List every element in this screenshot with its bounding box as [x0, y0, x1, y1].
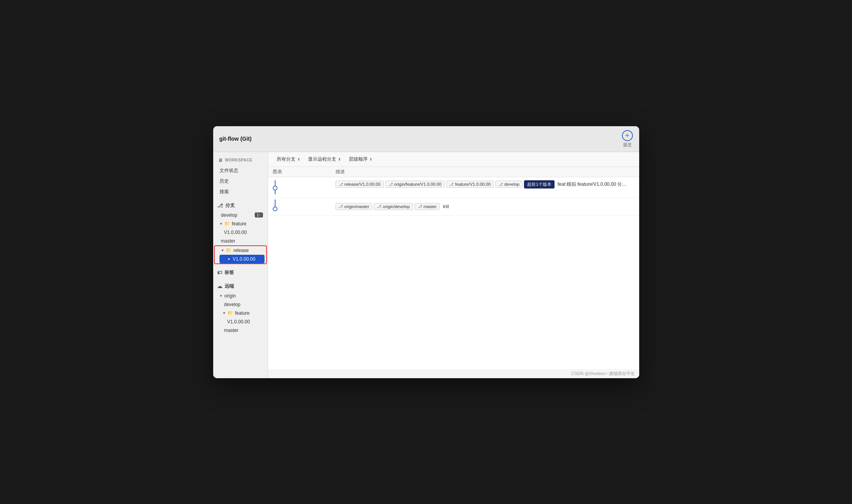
branches-section: ⎇ 分支 develop 1↑ ▼ 📁 feature V1.0.00.00 [213, 200, 268, 264]
release-v1-label: V1.0.00.00 [233, 256, 256, 262]
origin-feature-label: feature [235, 310, 249, 316]
feature-folder-icon: 📁 [224, 221, 230, 227]
search-label: 搜索 [219, 189, 229, 195]
commit-msg-1: feat:模拟 feature/V1.0.00.00 分... [558, 181, 626, 188]
show-remote-label: 显示远程分支 [308, 156, 336, 163]
origin-master[interactable]: master [216, 326, 268, 335]
feature-children: V1.0.00.00 [213, 228, 268, 237]
watermark: CSDN @Sheldon一袭烟雨在平生 [268, 369, 639, 378]
release-v1-selected[interactable]: V1.0.00.00 [219, 255, 265, 263]
table-row[interactable]: ⎇ origin/master ⎇ origin/develop ⎇ maste… [268, 198, 639, 216]
history-label: 历史 [219, 178, 229, 185]
title-bar: git-flow (Git) + 提交 [213, 126, 639, 152]
master-label: master [221, 238, 236, 244]
file-status-label: 文件状态 [219, 167, 238, 174]
tag-origin-develop[interactable]: ⎇ origin/develop [374, 203, 413, 210]
branches-label: 分支 [225, 202, 235, 209]
sort-order-arrow: ⬍ [369, 157, 372, 161]
graph-col-header: 图表 [273, 169, 335, 175]
origin-develop-label: develop [224, 302, 241, 307]
graph-node-1 [273, 186, 277, 190]
origin-master-label: master [224, 328, 239, 333]
main-content: 🖥 WORKSPACE 文件状态 历史 搜索 ⎇ 分支 develop [213, 152, 639, 378]
title-bar-right: + 提交 [622, 130, 633, 148]
origin-feature-children: V1.0.00.00 [216, 317, 268, 326]
feature-chevron: ▼ [219, 222, 223, 226]
release-chevron: ▼ [221, 248, 225, 252]
desc-col-header: 描述 [335, 169, 634, 175]
graph-header: 图表 描述 [268, 167, 639, 177]
branch-icon-origin-develop: ⎇ [377, 204, 382, 208]
branch-icon-origin-feature: ⎇ [388, 182, 393, 187]
remote-header[interactable]: ☁ 远端 [213, 281, 268, 292]
sort-order-label: 层级顺序 [349, 156, 368, 163]
graph-col-area-1 [273, 180, 335, 194]
tag-release-v1[interactable]: ⎇ release/V1.0.00.00 [335, 181, 384, 188]
search-item[interactable]: 搜索 [213, 187, 268, 197]
origin-develop[interactable]: develop [216, 300, 268, 309]
release-dot [227, 257, 230, 261]
sidebar: 🖥 WORKSPACE 文件状态 历史 搜索 ⎇ 分支 develop [213, 152, 268, 378]
file-status-item[interactable]: 文件状态 [213, 165, 268, 176]
show-remote-btn[interactable]: 显示远程分支 ⬍ [304, 154, 345, 164]
folder-origin-feature[interactable]: ▼ 📁 feature [216, 309, 268, 317]
branch-icon-release: ⎇ [339, 182, 343, 187]
tag-ahead[interactable]: 超前1个版本 [524, 180, 554, 189]
folder-origin[interactable]: ▼ origin [213, 292, 268, 300]
desc-col-area-1: ⎇ release/V1.0.00.00 ⎇ origin/feature/V1… [335, 180, 634, 189]
feature-folder-label: feature [232, 221, 246, 227]
origin-feature-v1[interactable]: V1.0.00.00 [219, 317, 268, 326]
tags-label: 标签 [225, 269, 234, 276]
graph-rows: ⎇ release/V1.0.00.00 ⎇ origin/feature/V1… [268, 177, 639, 369]
branch-icon-feature: ⎇ [449, 182, 454, 187]
tag-master[interactable]: ⎇ master [415, 203, 440, 210]
sort-order-btn[interactable]: 层级顺序 ⬍ [345, 154, 376, 164]
origin-feature-icon: 📁 [227, 310, 233, 316]
remote-section: ☁ 远端 ▼ origin develop ▼ 📁 feature [213, 281, 268, 335]
add-button[interactable]: + [622, 130, 633, 141]
desc-col-area-2: ⎇ origin/master ⎇ origin/develop ⎇ maste… [335, 203, 634, 210]
graph-toolbar: 所有分支 ⬍ 显示远程分支 ⬍ 层级顺序 ⬍ [268, 152, 639, 167]
branch-develop[interactable]: develop 1↑ [213, 211, 268, 219]
history-item[interactable]: 历史 [213, 176, 268, 187]
graph-area: 所有分支 ⬍ 显示远程分支 ⬍ 层级顺序 ⬍ 图表 描述 [268, 152, 639, 378]
all-branches-btn[interactable]: 所有分支 ⬍ [273, 154, 304, 164]
origin-feature-v1-label: V1.0.00.00 [227, 319, 250, 325]
folder-release[interactable]: ▼ 📁 release [215, 246, 266, 255]
tag-origin-feature-v1[interactable]: ⎇ origin/feature/V1.0.00.00 [385, 181, 444, 188]
develop-label: develop [221, 212, 237, 218]
commit-msg-2: init [443, 204, 449, 209]
feature-v1-label: V1.0.00.00 [224, 230, 247, 235]
all-branches-arrow: ⬍ [297, 157, 300, 161]
app-window: git-flow (Git) + 提交 🖥 WORKSPACE 文件状态 历史 … [213, 126, 639, 378]
release-highlight: ▼ 📁 release V1.0.00.00 [214, 245, 267, 264]
tags-header[interactable]: 🏷 标签 [213, 267, 268, 278]
show-remote-arrow: ⬍ [338, 157, 341, 161]
table-row[interactable]: ⎇ release/V1.0.00.00 ⎇ origin/feature/V1… [268, 177, 639, 198]
tag-develop[interactable]: ⎇ develop [495, 181, 523, 188]
graph-node-2 [273, 207, 277, 211]
branch-master[interactable]: master [213, 237, 268, 245]
branch-icon-develop: ⎇ [499, 182, 503, 187]
release-folder-label: release [233, 248, 248, 253]
release-folder-icon: 📁 [226, 248, 232, 253]
tag-origin-master[interactable]: ⎇ origin/master [335, 203, 373, 210]
graph-col-area-2 [273, 199, 335, 214]
release-children: V1.0.00.00 [215, 255, 266, 263]
tag-feature-v1[interactable]: ⎇ feature/V1.0.00.00 [446, 181, 494, 188]
branch-icon-origin-master: ⎇ [339, 204, 343, 208]
branches-header[interactable]: ⎇ 分支 [213, 200, 268, 211]
origin-chevron: ▼ [219, 294, 223, 298]
develop-badge: 1↑ [255, 212, 263, 218]
feature-v1[interactable]: V1.0.00.00 [216, 228, 268, 237]
remote-icon: ☁ [217, 283, 222, 289]
tags-icon: 🏷 [217, 270, 222, 276]
folder-feature[interactable]: ▼ 📁 feature [213, 219, 268, 228]
all-branches-label: 所有分支 [277, 156, 295, 163]
remote-label: 远端 [225, 283, 234, 290]
submit-label: 提交 [623, 142, 632, 148]
window-title: git-flow (Git) [219, 136, 252, 142]
branch-icon-master: ⎇ [418, 204, 422, 208]
origin-label: origin [224, 293, 236, 299]
tags-section: 🏷 标签 [213, 267, 268, 278]
